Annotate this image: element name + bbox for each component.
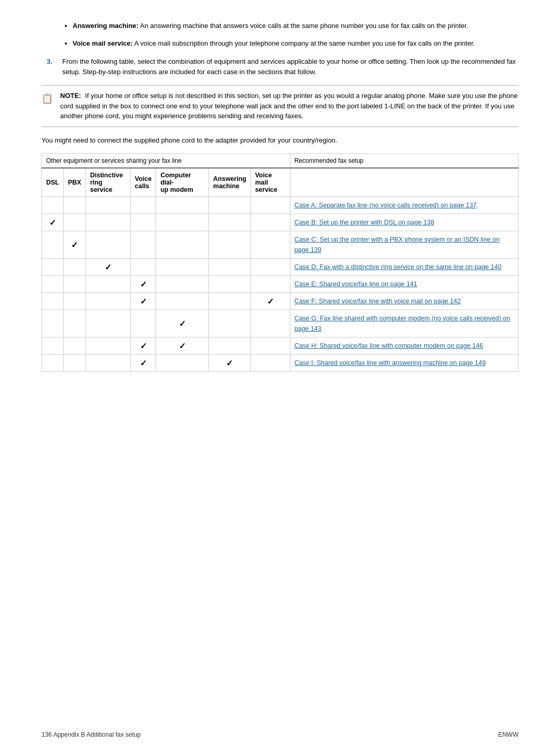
cell-voicemail [250,197,290,214]
cell-recommended[interactable]: Case I: Shared voice/fax line with answe… [290,355,518,372]
cell-recommended[interactable]: Case B: Set up the printer with DSL on p… [290,214,518,231]
table-row: ✓✓Case I: Shared voice/fax line with ans… [42,355,519,372]
step-3: 3. From the following table, select the … [41,57,519,77]
bullet-label-2: Voice mail service: [73,39,133,47]
cell-dsl [42,355,64,372]
cell-dsl [42,293,64,310]
cell-pbx [64,293,86,310]
cell-voice [131,214,156,231]
cell-dsl [42,231,64,259]
recommended-link[interactable]: Case C: Set up the printer with a PBX ph… [295,236,500,254]
col-recommended [290,168,518,197]
cell-dsl [42,276,64,293]
cell-pbx: ✓ [64,231,86,259]
col-voicemail: Voice mailservice [250,168,290,197]
cell-recommended[interactable]: Case C: Set up the printer with a PBX ph… [290,231,518,259]
footer-left: 136 Appendix B Additional fax setup [41,731,141,738]
col-distinctive: Distinctivering service [86,168,130,197]
cell-voicemail [250,276,290,293]
cell-distinctive [86,214,130,231]
bullet-text-2c: A voice mail subscription through your t… [134,39,475,47]
cell-recommended[interactable]: Case H: Shared voice/fax line with compu… [290,338,518,355]
recommended-link[interactable]: Case H: Shared voice/fax line with compu… [295,342,483,349]
cell-computer [156,231,209,259]
cell-voice: ✓ [131,355,156,372]
cell-voicemail [250,310,290,338]
cell-computer [156,197,209,214]
footer: 136 Appendix B Additional fax setup ENWW [0,724,560,745]
cell-distinctive [86,197,130,214]
table-group-header: Other equipment or services sharing your… [42,154,519,168]
cell-dsl [42,310,64,338]
cell-answering [209,197,251,214]
note-text: If your home or office setup is not desc… [60,92,518,120]
note-content: NOTE: If your home or office setup is no… [60,91,519,121]
cell-voicemail [250,338,290,355]
cell-computer [156,276,209,293]
cell-distinctive [86,338,130,355]
cell-voicemail [250,214,290,231]
col-computer: Computer dial-up modem [156,168,209,197]
table-row: ✓Case D: Fax with a distinctive ring ser… [42,259,519,276]
cell-dsl: ✓ [42,214,64,231]
cell-dsl [42,197,64,214]
table-column-headers: DSL PBX Distinctivering service Voicecal… [42,168,519,197]
table-row: ✓Case G: Fax line shared with computer m… [42,310,519,338]
cell-distinctive: ✓ [86,259,130,276]
col-dsl: DSL [42,168,64,197]
cell-pbx [64,197,86,214]
cell-recommended[interactable]: Case E: Shared voice/fax line on page 14… [290,276,518,293]
cell-voice [131,197,156,214]
cell-voicemail: ✓ [250,293,290,310]
cell-answering: ✓ [209,355,251,372]
cell-recommended[interactable]: Case F: Shared voice/fax line with voice… [290,293,518,310]
cell-voice: ✓ [131,338,156,355]
cell-answering [209,214,251,231]
cell-dsl [42,338,64,355]
recommended-link[interactable]: Case F: Shared voice/fax line with voice… [295,298,461,305]
recommended-link[interactable]: Case E: Shared voice/fax line on page 14… [295,280,417,288]
cell-voicemail [250,355,290,372]
col-pbx: PBX [64,168,86,197]
cell-computer: ✓ [156,310,209,338]
cell-answering [209,259,251,276]
cell-pbx [64,214,86,231]
cell-answering [209,293,251,310]
recommended-link[interactable]: Case G: Fax line shared with computer mo… [295,315,510,332]
table-row: ✓✓Case F: Shared voice/fax line with voi… [42,293,519,310]
table-row: Case A: Separate fax line (no voice call… [42,197,519,214]
cell-voice [131,231,156,259]
cell-voicemail [250,259,290,276]
cell-computer [156,293,209,310]
cell-answering [209,310,251,338]
cell-distinctive [86,355,130,372]
table-row: ✓✓Case H: Shared voice/fax line with com… [42,338,519,355]
cell-voice: ✓ [131,276,156,293]
cell-recommended[interactable]: Case A: Separate fax line (no voice call… [290,197,518,214]
cell-dsl [42,259,64,276]
footer-right: ENWW [498,731,519,738]
recommended-link[interactable]: Case D: Fax with a distinctive ring serv… [295,263,502,271]
cell-voice [131,310,156,338]
recommended-link[interactable]: Case A: Separate fax line (no voice call… [295,202,477,209]
bullet-item-1: Answering machine: An answering machine … [73,21,519,31]
cell-recommended[interactable]: Case G: Fax line shared with computer mo… [290,310,518,338]
group-header-left: Other equipment or services sharing your… [42,154,251,168]
cell-answering [209,338,251,355]
cell-distinctive [86,231,130,259]
cell-answering [209,231,251,259]
table-wrapper: Other equipment or services sharing your… [41,153,519,372]
cell-pbx [64,259,86,276]
table-row: ✓Case C: Set up the printer with a PBX p… [42,231,519,259]
recommended-link[interactable]: Case B: Set up the printer with DSL on p… [295,219,435,226]
cell-voice: ✓ [131,293,156,310]
cell-voice [131,259,156,276]
step-3-number: 3. [41,57,62,77]
cell-recommended[interactable]: Case D: Fax with a distinctive ring serv… [290,259,518,276]
cell-distinctive [86,293,130,310]
note-label: NOTE: [60,92,81,100]
bullet-item-2: Voice mail service: A voice mail subscri… [73,38,519,49]
fax-table: Other equipment or services sharing your… [41,153,519,372]
note-box: 📋 NOTE: If your home or office setup is … [41,85,519,127]
recommended-link[interactable]: Case I: Shared voice/fax line with answe… [295,359,486,367]
